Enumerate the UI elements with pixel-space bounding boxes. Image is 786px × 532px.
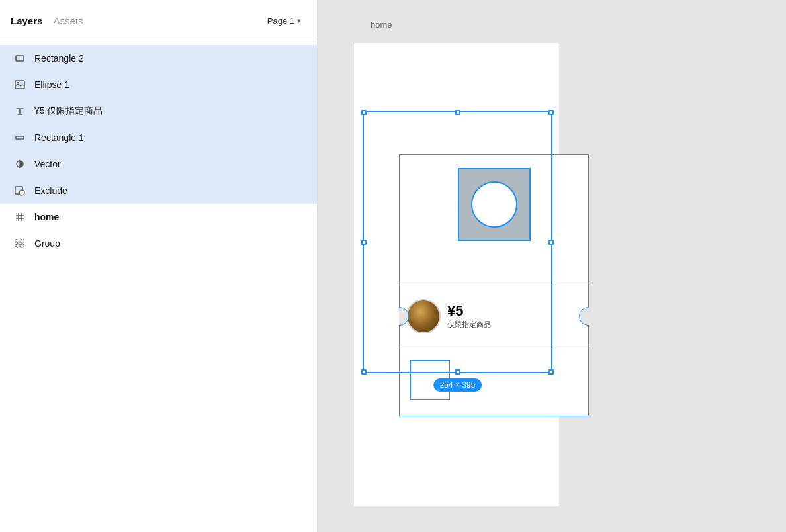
page-selector-label: Page 1 — [267, 16, 294, 26]
layer-name-ellipse1: Ellipse 1 — [34, 79, 306, 90]
layer-item-exclude[interactable]: Exclude — [0, 177, 317, 204]
svg-rect-3 — [16, 136, 24, 139]
page-selector[interactable]: Page 1 ▾ — [262, 13, 306, 28]
exclude-icon — [13, 184, 26, 197]
layer-item-rectangle2[interactable]: Rectangle 2 — [0, 45, 317, 71]
frame-icon — [13, 210, 26, 224]
frame-container: ¥5 仅限指定商品 — [354, 43, 559, 506]
sidebar: Layers Assets Page 1 ▾ Rectangle 2 — [0, 0, 318, 532]
text-icon — [13, 105, 26, 118]
svg-rect-8 — [21, 240, 24, 243]
image-placeholder — [458, 168, 531, 241]
sidebar-header: Layers Assets Page 1 ▾ — [0, 0, 317, 42]
image-icon — [13, 78, 26, 91]
tab-assets[interactable]: Assets — [53, 15, 83, 26]
bottom-section — [399, 349, 589, 416]
promo-text: ¥5 仅限指定商品 — [447, 302, 582, 330]
layer-item-vector[interactable]: Vector — [0, 151, 317, 177]
top-section — [399, 154, 589, 283]
header-tabs: Layers Assets — [11, 15, 83, 26]
layer-item-ellipse1[interactable]: Ellipse 1 — [0, 71, 317, 98]
svg-rect-7 — [16, 240, 19, 243]
svg-rect-10 — [21, 244, 24, 247]
layer-item-group[interactable]: Group — [0, 230, 317, 257]
selected-group: Rectangle 2 Ellipse 1 — [0, 45, 317, 204]
layer-name-text1: ¥5 仅限指定商品 — [34, 105, 306, 117]
promo-avatar — [406, 299, 441, 333]
layers-list: Rectangle 2 Ellipse 1 — [0, 42, 317, 532]
layer-item-rectangle1[interactable]: Rectangle 1 — [0, 124, 317, 151]
rectangle-small-icon — [13, 131, 26, 144]
svg-rect-9 — [16, 244, 19, 247]
half-circle-icon — [13, 157, 26, 171]
promo-subtitle: 仅限指定商品 — [447, 320, 582, 330]
avatar-image — [408, 300, 439, 332]
promo-price: ¥5 — [447, 302, 582, 320]
frame-label: home — [371, 20, 392, 30]
layer-name-rectangle2: Rectangle 2 — [34, 53, 306, 64]
canvas-area[interactable]: home ¥5 仅限指定商品 — [318, 0, 786, 532]
group-icon — [13, 237, 26, 250]
layer-item-text1[interactable]: ¥5 仅限指定商品 — [0, 98, 317, 124]
frame-inner: ¥5 仅限指定商品 — [399, 154, 589, 416]
layer-name-group: Group — [34, 238, 306, 249]
svg-rect-0 — [16, 56, 24, 61]
circle-in-rect — [471, 181, 517, 228]
chevron-down-icon: ▾ — [297, 17, 301, 25]
bottom-rect — [410, 360, 450, 400]
promo-section: ¥5 仅限指定商品 — [399, 283, 589, 349]
layer-name-rectangle1: Rectangle 1 — [34, 132, 306, 143]
layer-item-home[interactable]: home — [0, 204, 317, 230]
layer-name-vector: Vector — [34, 159, 306, 169]
rectangle-icon — [13, 52, 26, 65]
layer-name-home: home — [34, 212, 306, 222]
tab-layers[interactable]: Layers — [11, 15, 42, 26]
layer-name-exclude: Exclude — [34, 185, 306, 196]
